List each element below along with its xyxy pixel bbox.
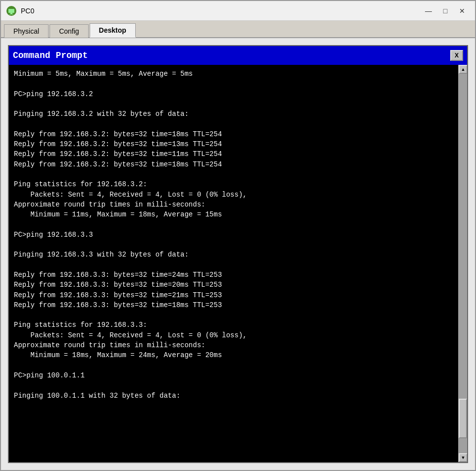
- main-window: PC0 — □ ✕ Physical Config Desktop Comman…: [0, 0, 476, 471]
- scroll-up-button[interactable]: ▲: [459, 65, 467, 74]
- app-icon: [6, 5, 17, 16]
- command-prompt-window: Command Prompt X Minimum = 5ms, Maximum …: [8, 45, 468, 463]
- cmd-body: Minimum = 5ms, Maximum = 5ms, Average = …: [9, 65, 467, 462]
- minimize-button[interactable]: —: [421, 4, 436, 17]
- close-button[interactable]: ✕: [454, 4, 470, 17]
- tab-bar: Physical Config Desktop: [1, 21, 475, 38]
- svg-rect-2: [10, 13, 12, 14]
- scroll-down-button[interactable]: ▼: [459, 453, 467, 462]
- cmd-output[interactable]: Minimum = 5ms, Maximum = 5ms, Average = …: [9, 65, 458, 462]
- scrollbar: ▲ ▼: [458, 65, 467, 462]
- window-title: PC0: [21, 7, 34, 15]
- scroll-thumb[interactable]: [459, 399, 467, 438]
- tab-config[interactable]: Config: [50, 24, 88, 38]
- cmd-title-bar: Command Prompt X: [9, 46, 467, 65]
- title-bar-left: PC0: [6, 5, 34, 16]
- tab-physical[interactable]: Physical: [4, 24, 49, 38]
- maximize-button[interactable]: □: [437, 4, 453, 17]
- scroll-track[interactable]: [459, 74, 467, 453]
- tab-desktop[interactable]: Desktop: [90, 23, 136, 38]
- title-bar-controls: — □ ✕: [421, 4, 470, 17]
- cmd-title-text: Command Prompt: [13, 51, 88, 60]
- svg-rect-3: [9, 14, 13, 14]
- svg-rect-1: [8, 9, 14, 13]
- title-bar: PC0 — □ ✕: [1, 1, 475, 21]
- cmd-close-button[interactable]: X: [450, 50, 463, 61]
- content-area: Command Prompt X Minimum = 5ms, Maximum …: [1, 38, 475, 470]
